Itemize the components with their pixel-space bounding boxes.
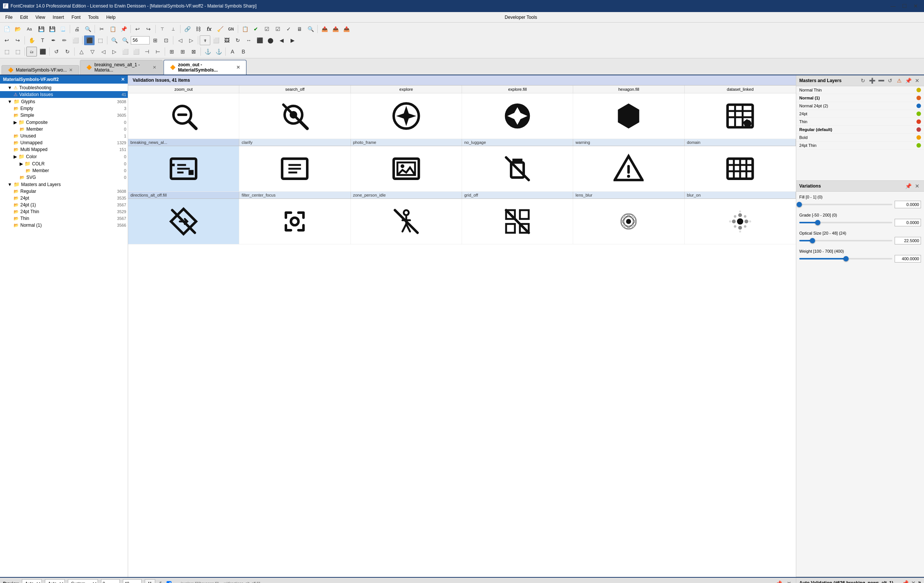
tb-open[interactable]: 📂 — [12, 24, 23, 34]
tb-validate[interactable]: ✓ — [284, 24, 294, 34]
glyph-cell-0-5[interactable] — [685, 94, 796, 138]
tb3-12[interactable]: ⬜ — [131, 47, 141, 56]
tb3-4[interactable]: ⬛ — [37, 47, 48, 56]
tb2-redo[interactable]: ↪ — [12, 35, 23, 45]
tb-check2[interactable]: ☑ — [262, 24, 272, 34]
ml-pin-btn[interactable]: 📌 — [904, 77, 912, 84]
tb2-eraser[interactable]: ⬜ — [70, 35, 81, 45]
var-fill-slider[interactable] — [799, 201, 893, 208]
glyph-cell-1-0[interactable] — [128, 146, 239, 191]
tb3-11[interactable]: ⬜ — [120, 47, 130, 56]
tb-paste[interactable]: 📌 — [118, 24, 129, 34]
var-fill-input[interactable] — [894, 201, 921, 208]
row-header-2-3[interactable]: grid_off — [462, 192, 573, 198]
tb-export3[interactable]: 📤 — [341, 24, 351, 34]
col-header-2[interactable]: explore — [351, 86, 462, 93]
zoom-input[interactable] — [131, 36, 150, 44]
preview-select-3[interactable]: Custom — [68, 579, 98, 583]
tb3-10[interactable]: ▷ — [109, 47, 119, 56]
row-header-2-1[interactable]: filter_center_focus — [239, 192, 350, 198]
tb-check[interactable]: ✔ — [251, 24, 261, 34]
tb2-arrow-l[interactable]: ◁ — [175, 35, 185, 45]
menu-font[interactable]: Font — [68, 13, 84, 21]
row-header-2-2[interactable]: zone_person_idle — [351, 192, 462, 198]
tab-1-close[interactable]: ✕ — [69, 68, 73, 73]
tb-print2[interactable]: 🖨 — [72, 24, 82, 34]
av-pin-btn[interactable]: 📌 — [901, 579, 909, 583]
menu-edit[interactable]: Edit — [16, 13, 31, 21]
close-button[interactable]: ✕ — [911, 1, 921, 11]
var-opsz-slider[interactable] — [799, 237, 893, 244]
ml-remove-btn[interactable]: ➖ — [877, 77, 885, 84]
col-header-1[interactable]: search_off — [239, 86, 350, 93]
tb-monitor[interactable]: 🖥 — [294, 24, 305, 34]
preview-select-2[interactable]: Auto — [45, 579, 65, 583]
tb-save[interactable]: 💾 — [36, 24, 46, 34]
col-header-3[interactable]: explore.fill — [462, 86, 573, 93]
menu-view[interactable]: View — [31, 13, 49, 21]
var-opsz-knob[interactable] — [810, 238, 815, 243]
tb-unlink[interactable]: ⛓ — [193, 24, 203, 34]
tree-validation[interactable]: ⚠ Validation Issues 41 — [0, 91, 128, 98]
tb-find2[interactable]: 🔍 — [305, 24, 316, 34]
preview-select-1[interactable]: Auto — [22, 579, 42, 583]
glyph-cell-1-5[interactable] — [685, 146, 796, 191]
ml-item-24pt[interactable]: 24pt — [796, 110, 924, 118]
tb-print[interactable]: 📃 — [58, 24, 68, 34]
glyph-cell-1-4[interactable] — [573, 146, 684, 191]
tb2-zoom-fit[interactable]: ⊞ — [150, 35, 160, 45]
tree-unmapped[interactable]: 📂 Unmapped 1329 — [0, 139, 128, 146]
var-close-btn[interactable]: ✕ — [914, 182, 921, 190]
glyph-cell-2-0[interactable] — [128, 199, 239, 244]
tb-new[interactable]: 📄 — [2, 24, 12, 34]
tree-colr-member[interactable]: 📂 Member 0 — [0, 167, 128, 174]
maximize-button[interactable]: ☐ — [899, 1, 910, 11]
left-panel-close-icon[interactable]: ✕ — [121, 77, 125, 82]
ml-item-24pt-thin[interactable]: 24pt Thin — [796, 142, 924, 150]
tb-paste2[interactable]: ⊥ — [168, 24, 178, 34]
tb3-anchor-l[interactable]: ⚓ — [202, 47, 213, 56]
tb2-rotate[interactable]: ↻ — [233, 35, 243, 45]
menu-file[interactable]: File — [2, 13, 16, 21]
tb-clear[interactable]: 🧹 — [215, 24, 225, 34]
ml-add-btn[interactable]: ➕ — [868, 77, 876, 84]
glyph-cell-2-4[interactable] — [573, 199, 684, 244]
glyph-cell-2-2[interactable] — [351, 199, 462, 244]
tab-1[interactable]: 🔶 MaterialSymbols-VF.wo... ✕ — [2, 65, 79, 74]
tb2-pencil[interactable]: ✏ — [59, 35, 70, 45]
row-header-1-2[interactable]: photo_frame — [351, 139, 462, 146]
ml-item-thin[interactable]: Thin — [796, 118, 924, 126]
tree-thin[interactable]: 📂 Thin 3567 — [0, 215, 128, 222]
tree-troubleshooting[interactable]: ▼ ⚠ Troubleshooting — [0, 84, 128, 91]
tree-empty[interactable]: 📂 Empty 3 — [0, 105, 128, 112]
tb2-ref[interactable]: ⬜ — [211, 35, 221, 45]
col-header-5[interactable]: dataset_linked — [685, 86, 796, 93]
tb-copy2[interactable]: ⊤ — [157, 24, 168, 34]
row-header-1-1[interactable]: clarify — [239, 139, 350, 146]
tb-export[interactable]: 📤 — [319, 24, 330, 34]
tb2-oval[interactable]: ⬤ — [265, 35, 276, 45]
var-wght-knob[interactable] — [843, 256, 849, 261]
preview-size-input[interactable] — [123, 579, 142, 583]
tb2-text[interactable]: T — [37, 35, 48, 45]
glyph-cell-1-3[interactable] — [462, 146, 573, 191]
preview-offset-input[interactable] — [101, 579, 120, 583]
glyph-cell-0-1[interactable] — [239, 94, 350, 138]
tab-2-close[interactable]: ✕ — [153, 65, 157, 70]
tb2-nav-r[interactable]: ▶ — [287, 35, 298, 45]
tab-2[interactable]: 🔶 breaking_news_alt_1 - Materia... ✕ — [80, 60, 163, 74]
tb-link[interactable]: 🔗 — [182, 24, 193, 34]
menu-tools[interactable]: Tools — [84, 13, 102, 21]
tb2-hand[interactable]: ✋ — [26, 35, 37, 45]
var-opsz-input[interactable] — [894, 237, 921, 244]
tb3-5[interactable]: ↺ — [51, 47, 62, 56]
tb2-zoom-out[interactable]: 🔍 — [120, 35, 130, 45]
tree-composite[interactable]: ▶ 📁 Composite 0 — [0, 119, 128, 126]
col-header-4[interactable]: hexagon.fill — [573, 86, 684, 93]
tb3-3[interactable]: 🗂 — [26, 47, 37, 56]
ml-item-bold[interactable]: Bold — [796, 134, 924, 142]
tree-normal1[interactable]: 📂 Normal (1) 3566 — [0, 222, 128, 229]
tb3-2[interactable]: ⬚ — [12, 47, 23, 56]
tb2-flip[interactable]: ↔ — [243, 35, 254, 45]
tb-preview[interactable]: 📋 — [240, 24, 250, 34]
